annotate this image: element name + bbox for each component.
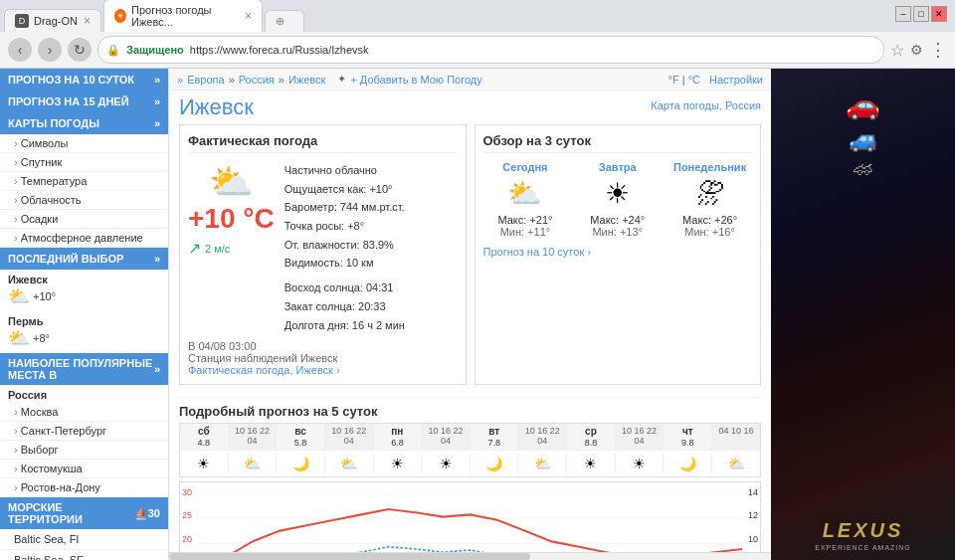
sidebar-popular[interactable]: НАИБОЛЕЕ ПОПУЛЯРНЫЕ МЕСТА В »	[0, 353, 168, 385]
country-label: Россия	[0, 385, 168, 403]
chart-y-14: 14	[748, 487, 758, 497]
perm-cloud-icon: ⛅	[8, 327, 30, 349]
fahrenheit-link[interactable]: °F	[668, 74, 679, 86]
icon-sb-4: ⛅	[325, 454, 374, 473]
tab-label-empty: ⊕	[276, 15, 285, 28]
more-icon[interactable]: ⋮	[929, 39, 947, 61]
tab-drag-on[interactable]: D Drag-ON ×	[4, 9, 101, 32]
sidebar-marine[interactable]: МОРСКИЕ ТЕРРИТОРИИ ⛵ 30	[0, 497, 168, 529]
icon-pn-4: ⛅	[712, 454, 760, 473]
horizontal-scrollbar[interactable]	[169, 552, 771, 560]
forecast-day-monday: Понедельник ⛈ Макс: +26° Мин: +16°	[668, 161, 752, 238]
sunrise: Восход солнца: 04:31	[285, 279, 405, 297]
day-sb-h: 10 16 22 04	[229, 424, 278, 450]
map-link[interactable]: Карта погоды, Россия	[651, 99, 761, 111]
day-sr: ср8.8	[567, 424, 616, 450]
actual-weather-link[interactable]: Фактическая погода, Ижевск ›	[188, 364, 340, 376]
breadcrumb-izhevsk[interactable]: Ижевск	[288, 74, 325, 86]
city-header: Карта погоды, Россия Ижевск	[169, 91, 771, 124]
sun-info: Восход солнца: 04:31 Закат солнца: 20:33…	[285, 279, 405, 334]
chart-y-10: 10	[748, 534, 758, 544]
marine-label: МОРСКИЕ ТЕРРИТОРИИ	[8, 501, 134, 525]
forecast-day-today: Сегодня ⛅ Макс: +21° Мин: +11°	[483, 161, 568, 238]
close-button[interactable]: ✕	[931, 6, 947, 22]
monday-min: Мин: +16°	[668, 226, 752, 238]
chart-y-30: 30	[182, 487, 192, 497]
forward-button[interactable]: ›	[38, 38, 62, 62]
settings-link[interactable]: Настройки	[709, 74, 763, 86]
forecast-row-icons: ☀ ⛅ 🌙 ⛅ ☀ ☀ 🌙 ⛅ ☀ ☀ 🌙 ⛅	[180, 451, 760, 476]
observation-date: В 04/08 03:00	[188, 340, 458, 352]
feels-like: Ощущается как: +10°	[285, 180, 405, 199]
forecast-10-link[interactable]: Прогноз на 10 суток ›	[483, 246, 753, 258]
reload-button[interactable]: ↻	[68, 38, 92, 62]
today-min: Мин: +11°	[483, 226, 568, 238]
day-sb: сб4.8	[180, 424, 229, 450]
tab-label-forecast: Прогноз погоды Ижевс...	[131, 4, 239, 28]
perm-temp: +8°	[33, 332, 50, 344]
sidebar-item-symbols[interactable]: Символы	[0, 134, 168, 153]
weather-details: Частично облачно Ощущается как: +10° Бар…	[285, 161, 405, 334]
tab-forecast[interactable]: ☀ Прогноз погоды Ижевс... ×	[103, 0, 263, 32]
add-to-my-weather[interactable]: + Добавить в Мою Погоду	[350, 74, 481, 86]
forecast-row-days: сб4.8 10 16 22 04 вс5.8 10 16 22 04 пн6.…	[180, 424, 760, 451]
tab-icon-drag-on: D	[15, 14, 29, 28]
restore-button[interactable]: □	[913, 6, 929, 22]
ad-tagline: EXPERIENCE AMAZING	[815, 544, 911, 551]
izhevsk-weather: ⛅ +10°	[8, 285, 160, 307]
tab-empty[interactable]: ⊕	[265, 10, 304, 32]
ad-cars-area: 🚗 🚙 🏎	[771, 89, 955, 180]
settings-icon[interactable]: ⚙	[910, 42, 923, 58]
tab-close-drag-on[interactable]: ×	[84, 14, 91, 28]
tomorrow-max: Макс: +24°	[575, 214, 660, 226]
breadcrumb-russia[interactable]: Россия	[239, 74, 275, 86]
scrollbar-thumb[interactable]	[169, 553, 530, 560]
sidebar-item-moscow[interactable]: Москва	[0, 403, 168, 422]
sidebar-item-clouds[interactable]: Облачность	[0, 191, 168, 210]
sidebar-izhevsk[interactable]: Ижевск ⛅ +10°	[0, 270, 168, 311]
today-icon: ⛅	[483, 177, 568, 210]
sidebar-item-spb[interactable]: Санкт-Петербург	[0, 422, 168, 441]
breadcrumb-europe[interactable]: Европа	[187, 74, 225, 86]
sidebar-maps[interactable]: КАРТЫ ПОГОДЫ »	[0, 112, 168, 134]
sidebar-item-precipitation[interactable]: Осадки	[0, 210, 168, 229]
sidebar-item-temperature[interactable]: Температура	[0, 172, 168, 191]
sidebar-item-satellite[interactable]: Спутник	[0, 153, 168, 172]
tab-label-drag-on: Drag-ON	[34, 15, 78, 27]
sidebar-item-kostomuksha[interactable]: Костомукша	[0, 460, 168, 478]
sidebar-item-pressure[interactable]: Атмосферное давление	[0, 229, 168, 248]
icon-sb-1: ☀	[180, 454, 229, 473]
sidebar-item-rostov[interactable]: Ростов-на-Дону	[0, 478, 168, 497]
chart-svg	[198, 482, 742, 560]
sidebar-forecast-15[interactable]: ПРОГНОЗ НА 15 ДНЕЙ »	[0, 91, 168, 112]
weather-cards-row: Фактическая погода ⛅ +10 °C ↗ 2 м/с	[169, 124, 771, 393]
sidebar-last-choice[interactable]: ПОСЛЕДНИЙ ВЫБОР »	[0, 248, 168, 270]
temperature-chart: 30 25 20 15 14 12 10 8	[179, 481, 761, 560]
minimize-button[interactable]: –	[895, 6, 911, 22]
marine-number: 30	[148, 507, 160, 519]
today-max: Макс: +21°	[483, 214, 568, 226]
bookmark-icon[interactable]: ☆	[890, 41, 904, 60]
marine-item-baltic-se[interactable]: Baltic Sea, SE	[0, 550, 168, 560]
forecast-10-arrow: »	[154, 74, 160, 86]
sidebar-forecast-10[interactable]: ПРОГНОЗ НА 10 СУТОК »	[0, 69, 168, 91]
celsius-link[interactable]: °C	[688, 74, 700, 86]
sidebar-perm[interactable]: Пермь ⛅ +8°	[0, 311, 168, 353]
sidebar-item-vyborg[interactable]: Выборг	[0, 441, 168, 460]
humidity: От. влажности: 83.9%	[285, 236, 405, 255]
day-cht: чт9.8	[664, 424, 712, 450]
today-label: Сегодня	[483, 161, 568, 173]
car-icon-1: 🚗	[771, 89, 955, 121]
perm-weather: ⛅ +8°	[8, 327, 160, 349]
day-pn: пн6.8	[374, 424, 423, 450]
back-button[interactable]: ‹	[8, 38, 32, 62]
description: Частично облачно	[285, 161, 405, 180]
icon-vs-3: 🌙	[471, 454, 519, 473]
dew-point: Точка росы: +8°	[285, 217, 405, 236]
day-vt: вт7.8	[471, 424, 519, 450]
monday-icon: ⛈	[668, 177, 752, 210]
wind-info: ↗ 2 м/с	[188, 239, 275, 258]
izhevsk-cloud-icon: ⛅	[8, 285, 30, 307]
tab-close-forecast[interactable]: ×	[245, 9, 252, 23]
marine-item-baltic-fi[interactable]: Baltic Sea, FI	[0, 529, 168, 550]
